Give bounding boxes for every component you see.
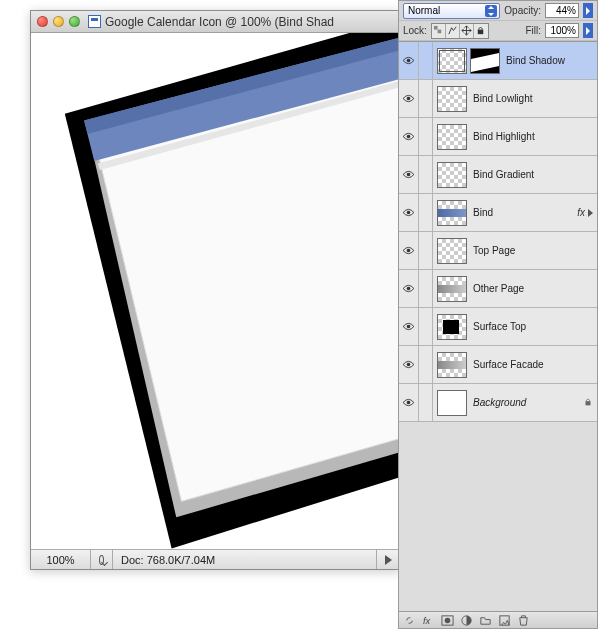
delete-layer-icon[interactable] (517, 614, 530, 627)
link-column[interactable] (419, 42, 433, 79)
layer-row[interactable]: Surface Top (399, 308, 597, 346)
layer-name[interactable]: Background (473, 397, 583, 408)
layer-thumb[interactable] (437, 238, 467, 264)
lock-all-icon[interactable] (474, 24, 488, 38)
layer-row[interactable]: Bind Highlight (399, 118, 597, 156)
layer-name[interactable]: Top Page (473, 245, 593, 256)
zoom-level[interactable]: 100% (31, 550, 91, 569)
opacity-flyout-icon[interactable] (583, 3, 593, 18)
layer-row[interactable]: Top Page (399, 232, 597, 270)
visibility-toggle[interactable] (399, 270, 419, 307)
blend-mode-value: Normal (408, 5, 440, 16)
adjustment-layer-icon[interactable] (460, 614, 473, 627)
zoom-icon[interactable] (69, 16, 80, 27)
layer-row[interactable]: Surface Facade (399, 346, 597, 384)
layer-name[interactable]: Bind Shadow (506, 55, 593, 66)
layer-thumb[interactable] (437, 162, 467, 188)
visibility-toggle[interactable] (399, 194, 419, 231)
link-column[interactable] (419, 346, 433, 383)
svg-point-4 (407, 59, 411, 63)
svg-point-6 (407, 135, 411, 139)
chevron-right-icon[interactable] (588, 209, 593, 217)
traffic-lights (37, 16, 80, 27)
layer-thumb[interactable] (437, 276, 467, 302)
opacity-label: Opacity: (504, 5, 541, 16)
visibility-toggle[interactable] (399, 384, 419, 421)
layers-panel-footer: fx (399, 611, 597, 628)
new-layer-icon[interactable] (498, 614, 511, 627)
layer-name[interactable]: Bind (473, 207, 577, 218)
visibility-toggle[interactable] (399, 346, 419, 383)
link-column[interactable] (419, 80, 433, 117)
layer-thumb[interactable] (437, 352, 467, 378)
link-column[interactable] (419, 384, 433, 421)
layer-name[interactable]: Surface Facade (473, 359, 593, 370)
link-column[interactable] (419, 194, 433, 231)
layers-list[interactable]: Bind ShadowBind LowlightBind HighlightBi… (399, 41, 597, 611)
layer-row[interactable]: Bindfx (399, 194, 597, 232)
layer-row[interactable]: Background (399, 384, 597, 422)
status-menu-icon[interactable] (377, 550, 399, 569)
dropdown-arrows-icon (485, 5, 497, 17)
visibility-toggle[interactable] (399, 80, 419, 117)
link-column[interactable] (419, 156, 433, 193)
layer-name[interactable]: Bind Lowlight (473, 93, 593, 104)
document-icon (88, 15, 101, 28)
layer-mask-icon[interactable] (441, 614, 454, 627)
lock-pixels-icon[interactable] (446, 24, 460, 38)
fill-input[interactable]: 100% (545, 23, 579, 38)
visibility-toggle[interactable] (399, 42, 419, 79)
visibility-toggle[interactable] (399, 118, 419, 155)
preview-icon[interactable] (91, 550, 113, 569)
layer-thumb[interactable] (437, 124, 467, 150)
close-icon[interactable] (37, 16, 48, 27)
svg-point-8 (407, 211, 411, 215)
doc-size[interactable]: Doc: 768.0K/7.04M (113, 550, 377, 569)
fx-indicator[interactable]: fx (577, 207, 585, 218)
link-column[interactable] (419, 308, 433, 345)
layer-thumb[interactable] (437, 314, 467, 340)
link-column[interactable] (419, 118, 433, 155)
layer-thumb[interactable] (437, 200, 467, 226)
layer-row[interactable]: Other Page (399, 270, 597, 308)
layer-thumb[interactable] (437, 86, 467, 112)
group-icon[interactable] (479, 614, 492, 627)
lock-position-icon[interactable] (460, 24, 474, 38)
svg-point-13 (407, 401, 411, 405)
lock-label: Lock: (403, 25, 427, 36)
link-column[interactable] (419, 232, 433, 269)
layer-thumb[interactable] (437, 390, 467, 416)
layer-name[interactable]: Bind Gradient (473, 169, 593, 180)
fill-flyout-icon[interactable] (583, 23, 593, 38)
lock-row: Lock: Fill: 100% (399, 21, 597, 41)
svg-rect-3 (478, 30, 484, 35)
layer-name[interactable]: Surface Top (473, 321, 593, 332)
canvas[interactable] (31, 33, 399, 549)
minimize-icon[interactable] (53, 16, 64, 27)
layer-style-icon[interactable]: fx (422, 614, 435, 627)
lock-transparency-icon[interactable] (432, 24, 446, 38)
link-layers-icon[interactable] (403, 614, 416, 627)
visibility-toggle[interactable] (399, 156, 419, 193)
lock-icon (583, 397, 593, 409)
svg-rect-14 (586, 401, 591, 405)
layer-row[interactable]: Bind Lowlight (399, 80, 597, 118)
layer-thumb[interactable] (437, 48, 467, 74)
layer-name[interactable]: Other Page (473, 283, 593, 294)
layer-mask-thumb[interactable] (470, 48, 500, 74)
window-titlebar[interactable]: Google Calendar Icon @ 100% (Bind Shad (31, 11, 399, 33)
svg-rect-1 (434, 26, 438, 30)
layer-row[interactable]: Bind Gradient (399, 156, 597, 194)
status-bar: 100% Doc: 768.0K/7.04M (31, 549, 399, 569)
link-column[interactable] (419, 270, 433, 307)
opacity-input[interactable]: 44% (545, 3, 579, 18)
svg-point-11 (407, 325, 411, 329)
layer-name[interactable]: Bind Highlight (473, 131, 593, 142)
svg-point-5 (407, 97, 411, 101)
visibility-toggle[interactable] (399, 232, 419, 269)
window-title: Google Calendar Icon @ 100% (Bind Shad (105, 15, 334, 29)
blend-mode-dropdown[interactable]: Normal (403, 3, 500, 19)
layer-row[interactable]: Bind Shadow (399, 42, 597, 80)
visibility-toggle[interactable] (399, 308, 419, 345)
svg-point-10 (407, 287, 411, 291)
